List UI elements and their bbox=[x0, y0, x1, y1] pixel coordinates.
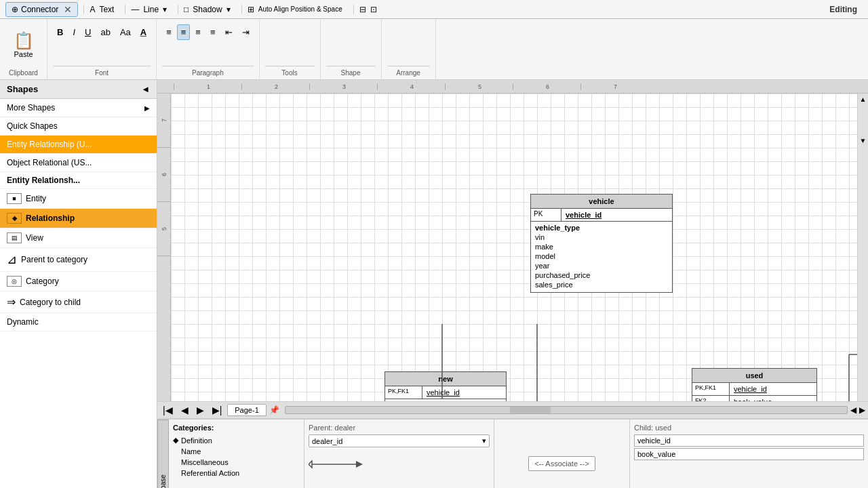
text-label[interactable]: Text bbox=[99, 5, 114, 14]
next-page-button[interactable]: ▶ bbox=[194, 403, 207, 417]
used-vehicle-id-field: vehicle_id bbox=[734, 384, 793, 394]
arrange-icon-1[interactable]: ⊟ bbox=[359, 5, 366, 14]
arrange-icon-2[interactable]: ⊡ bbox=[370, 5, 377, 14]
sidebar-item-entity-relationship[interactable]: Entity Relationship (U... bbox=[0, 136, 157, 154]
quick-shapes-label: Quick Shapes bbox=[7, 121, 58, 131]
right-scrollbar: ▲ ▼ bbox=[857, 94, 868, 401]
category-definition[interactable]: ◆ Definition bbox=[173, 434, 300, 446]
ruler-v-5: 5 bbox=[157, 202, 170, 256]
line-label[interactable]: Line bbox=[143, 5, 159, 14]
shadow-label[interactable]: Shadow bbox=[193, 5, 222, 14]
shadow-dropdown-icon[interactable]: ▾ bbox=[226, 5, 231, 14]
paste-button[interactable]: 📋 Paste bbox=[10, 28, 37, 62]
main-area: Shapes ◄ More Shapes ▶ Quick Shapes Enti… bbox=[0, 80, 868, 488]
ruler-mark-6: 6 bbox=[513, 83, 580, 90]
clipboard-label: Clipboard bbox=[9, 68, 38, 77]
sidebar-item-entity[interactable]: ■ Entity bbox=[0, 189, 157, 209]
font-size-button[interactable]: Aa bbox=[116, 24, 135, 40]
prev-page-button[interactable]: ◀ bbox=[178, 403, 191, 417]
underline-button[interactable]: U bbox=[81, 24, 95, 40]
category-referential-action[interactable]: Referential Action bbox=[173, 468, 300, 479]
sidebar-item-category[interactable]: ◎ Category bbox=[0, 272, 157, 291]
tools-label: Tools bbox=[281, 68, 297, 77]
used-table[interactable]: used PK,FK1 vehicle_id FK2 book_value de… bbox=[692, 368, 817, 401]
indent-inc-button[interactable]: ⇥ bbox=[238, 24, 254, 40]
canvas-body: 7 6 5 bbox=[157, 94, 868, 401]
connector-pill[interactable]: ⊕ Connector ✕ bbox=[5, 2, 78, 17]
vehicle-type-field: vehicle_type bbox=[535, 223, 668, 232]
sidebar-item-object-relational[interactable]: Object Relational (US... bbox=[0, 154, 157, 172]
last-page-button[interactable]: ▶| bbox=[210, 403, 225, 417]
align-left-button[interactable]: ≡ bbox=[162, 24, 176, 40]
line-section: — Line ▾ bbox=[125, 5, 172, 14]
scroll-right-button[interactable]: ▶ bbox=[859, 405, 865, 415]
align-center-button[interactable]: ≡ bbox=[177, 24, 191, 40]
database-tab[interactable]: Database bbox=[157, 420, 169, 488]
sidebar-item-category-to-child[interactable]: ⇒ Category to child bbox=[0, 291, 157, 313]
sidebar-collapse-icon[interactable]: ◄ bbox=[141, 84, 150, 94]
diagram-canvas[interactable]: vehicle PK vehicle_id vehicle_type vin m… bbox=[171, 94, 857, 401]
font-color-button[interactable]: A bbox=[136, 24, 151, 40]
vertical-tabs: Database bbox=[157, 420, 169, 488]
page-1-tab[interactable]: Page-1 bbox=[227, 404, 266, 416]
used-table-body: PK,FK1 vehicle_id bbox=[692, 383, 816, 395]
used-pkfk1-data: vehicle_id bbox=[730, 383, 797, 395]
page-tabs-bar: |◀ ◀ ▶ ▶| Page-1 📌 ◀ ▶ bbox=[157, 401, 868, 419]
category-miscellaneous[interactable]: Miscellaneous bbox=[173, 457, 300, 468]
bold-button[interactable]: B bbox=[53, 24, 67, 40]
sidebar-item-dynamic[interactable]: Dynamic bbox=[0, 313, 157, 331]
definition-diamond-icon: ◆ bbox=[173, 436, 178, 445]
sidebar: Shapes ◄ More Shapes ▶ Quick Shapes Enti… bbox=[0, 80, 157, 488]
scroll-left-button[interactable]: ◀ bbox=[850, 405, 856, 415]
child-label: Child: used bbox=[634, 424, 864, 432]
relationship-label: Relationship bbox=[26, 214, 75, 223]
new-table[interactable]: new PK,FK1 vehicle_id msrp bbox=[384, 371, 507, 401]
line-dropdown-icon[interactable]: ▾ bbox=[163, 5, 167, 14]
paragraph-label: Paragraph bbox=[192, 68, 224, 77]
italic-button[interactable]: I bbox=[68, 24, 79, 40]
category-to-child-icon: ⇒ bbox=[7, 296, 16, 308]
sidebar-item-relationship[interactable]: ◈ Relationship bbox=[0, 209, 157, 228]
auto-align-label[interactable]: Auto Align Position & Space bbox=[258, 5, 342, 13]
vehicle-table[interactable]: vehicle PK vehicle_id vehicle_type vin m… bbox=[530, 194, 673, 293]
vehicle-table-body: PK vehicle_id bbox=[531, 209, 672, 221]
sidebar-item-view[interactable]: ▤ View bbox=[0, 228, 157, 248]
definition-label: Definition bbox=[181, 436, 212, 445]
connector-close-button[interactable]: ✕ bbox=[64, 4, 72, 15]
category-name[interactable]: Name bbox=[173, 446, 300, 457]
used-table-header: used bbox=[692, 369, 816, 383]
parent-to-category-icon: ⊿ bbox=[7, 252, 17, 267]
paste-icon: 📋 bbox=[14, 31, 34, 50]
bottom-scrollbar[interactable] bbox=[285, 406, 848, 414]
bottom-panel: Database Categories: ◆ Definition Name M… bbox=[157, 419, 868, 488]
sidebar-item-quick-shapes[interactable]: Quick Shapes bbox=[0, 117, 157, 136]
scroll-up-button[interactable]: ▲ bbox=[858, 94, 868, 105]
align-justify-button[interactable]: ≡ bbox=[206, 24, 220, 40]
bottom-scroll-thumb[interactable] bbox=[510, 407, 551, 413]
sidebar-item-parent-to-category[interactable]: ⊿ Parent to category bbox=[0, 248, 157, 272]
text-section: A Text bbox=[83, 5, 119, 14]
strikethrough-button[interactable]: ab bbox=[96, 24, 114, 40]
parent-value[interactable]: dealer_id ▾ bbox=[309, 434, 490, 447]
associate-label[interactable]: <-- Associate --> bbox=[528, 456, 595, 471]
paragraph-group: ≡ ≡ ≡ ≡ ⇤ ⇥ Paragraph bbox=[157, 19, 259, 79]
indent-dec-button[interactable]: ⇤ bbox=[221, 24, 237, 40]
first-page-button[interactable]: |◀ bbox=[160, 403, 176, 417]
child-value-2: book_value bbox=[634, 448, 864, 460]
parent-dropdown-icon[interactable]: ▾ bbox=[482, 436, 486, 445]
used-fk2-data: book_value dealer_id bbox=[730, 396, 797, 401]
ruler-top: 1 2 3 4 5 6 7 bbox=[157, 80, 868, 94]
vehicle-year-field: year bbox=[535, 261, 668, 270]
font-group: B I U ab Aa A Font bbox=[47, 19, 157, 79]
align-right-button[interactable]: ≡ bbox=[191, 24, 205, 40]
scroll-down-button[interactable]: ▼ bbox=[858, 135, 868, 146]
svg-marker-14 bbox=[309, 461, 312, 468]
child-panel: Child: used vehicle_id book_value bbox=[630, 420, 868, 488]
sidebar-header: Shapes ◄ bbox=[0, 80, 157, 99]
sidebar-item-more-shapes[interactable]: More Shapes ▶ bbox=[0, 99, 157, 117]
name-label: Name bbox=[173, 447, 201, 455]
new-pkfk1-key: PK,FK1 bbox=[385, 386, 422, 399]
page-pin-icon[interactable]: 📌 bbox=[269, 405, 279, 415]
new-pkfk1-data: vehicle_id bbox=[422, 386, 490, 399]
vehicle-purchased-price-field: purchased_price bbox=[535, 270, 668, 280]
